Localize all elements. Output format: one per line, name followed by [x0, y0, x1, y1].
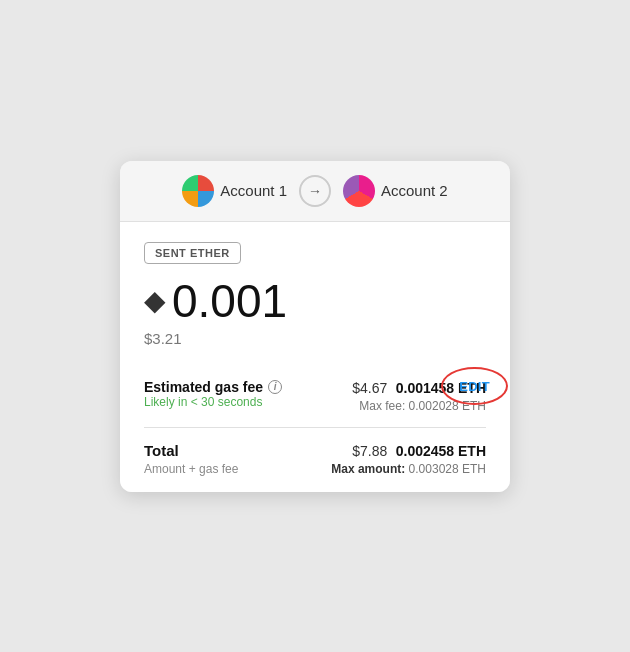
- total-row: Total Amount + gas fee $7.88 0.002458 ET…: [144, 442, 486, 476]
- total-max: Max amount: 0.003028 ETH: [331, 462, 486, 476]
- fee-left: Estimated gas fee i Likely in < 30 secon…: [144, 379, 282, 409]
- fee-label-text: Estimated gas fee: [144, 379, 263, 395]
- fee-section: EDIT Estimated gas fee i Likely in < 30 …: [120, 363, 510, 492]
- amount-value: 0.001: [172, 278, 287, 324]
- amount-usd: $3.21: [144, 330, 486, 347]
- account2-label: Account 2: [381, 182, 448, 199]
- fee-label-row: Estimated gas fee i: [144, 379, 282, 395]
- total-left: Total Amount + gas fee: [144, 442, 238, 476]
- fee-row: Estimated gas fee i Likely in < 30 secon…: [144, 379, 486, 413]
- edit-wrapper: EDIT: [459, 377, 490, 395]
- account2-item: Account 2: [343, 175, 448, 207]
- fee-max-label: Max fee:: [359, 399, 405, 413]
- amount-row: ◆ 0.001: [144, 278, 486, 324]
- total-usd: $7.88: [352, 443, 387, 459]
- total-max-eth: 0.003028 ETH: [409, 462, 486, 476]
- edit-button[interactable]: EDIT: [459, 379, 490, 394]
- amount-section: SENT ETHER ◆ 0.001 $3.21: [120, 222, 510, 363]
- fee-max: Max fee: 0.002028 ETH: [352, 399, 486, 413]
- edit-circle-highlight: EDIT: [459, 377, 490, 395]
- eth-diamond-icon: ◆: [144, 287, 166, 315]
- account1-item: Account 1: [182, 175, 287, 207]
- total-eth: 0.002458 ETH: [396, 443, 486, 459]
- total-values: $7.88 0.002458 ETH Max amount: 0.003028 …: [331, 442, 486, 476]
- account2-avatar: [343, 175, 375, 207]
- total-sublabel: Amount + gas fee: [144, 462, 238, 476]
- transaction-type-badge: SENT ETHER: [144, 242, 241, 264]
- info-icon[interactable]: i: [268, 380, 282, 394]
- total-max-label: Max amount:: [331, 462, 405, 476]
- fee-usd: $4.67: [352, 380, 387, 396]
- transfer-arrow-icon: →: [299, 175, 331, 207]
- divider: [144, 427, 486, 428]
- account1-avatar: [182, 175, 214, 207]
- fee-max-eth: 0.002028 ETH: [409, 399, 486, 413]
- account1-label: Account 1: [220, 182, 287, 199]
- header: Account 1 → Account 2: [120, 161, 510, 222]
- total-label: Total: [144, 442, 238, 459]
- fee-likely-text: Likely in < 30 seconds: [144, 395, 282, 409]
- transaction-card: Account 1 → Account 2 SENT ETHER ◆ 0.001…: [120, 161, 510, 492]
